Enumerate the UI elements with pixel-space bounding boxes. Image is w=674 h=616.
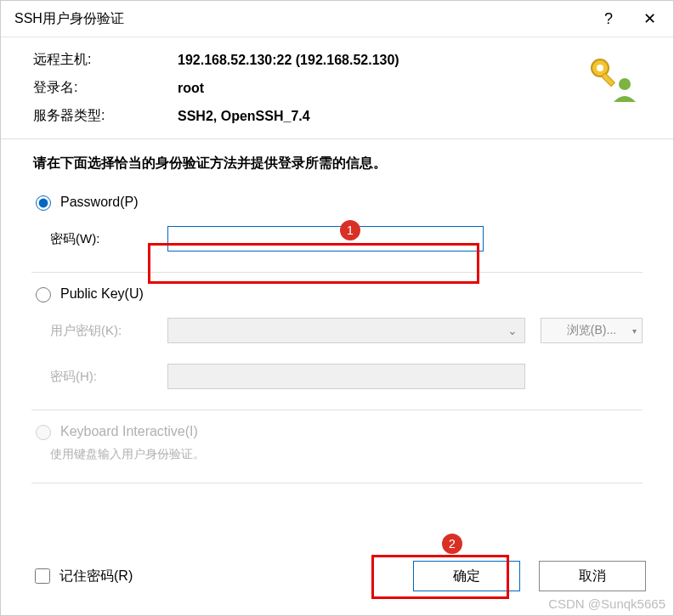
publickey-fields: 用户密钥(K): ⌄ 浏览(B)... ▾ 密码(H): bbox=[50, 318, 643, 389]
passphrase-label: 密码(H): bbox=[50, 369, 152, 385]
keyboard-description: 使用键盘输入用户身份验证。 bbox=[50, 447, 643, 462]
bottom-row: 记住密码(R) 确定 取消 bbox=[1, 549, 673, 615]
connection-info: 远程主机: 192.168.52.130:22 (192.168.52.130)… bbox=[1, 37, 673, 139]
server-type-label: 服务器类型: bbox=[33, 107, 178, 125]
svg-point-1 bbox=[597, 65, 603, 71]
browse-label: 浏览(B)... bbox=[567, 323, 616, 338]
login-value: root bbox=[178, 81, 586, 96]
passphrase-input bbox=[167, 364, 525, 389]
login-label: 登录名: bbox=[33, 79, 178, 97]
chevron-down-icon: ▾ bbox=[632, 326, 637, 336]
keyboard-radio bbox=[36, 425, 51, 440]
ssh-auth-dialog: SSH用户身份验证 ? ✕ 远程主机: 192.168.52.130:22 (1… bbox=[0, 0, 674, 616]
cancel-button[interactable]: 取消 bbox=[539, 561, 646, 591]
keyboard-radio-row: Keyboard Interactive(I) bbox=[31, 422, 643, 440]
password-input[interactable] bbox=[167, 226, 484, 251]
remember-password-row[interactable]: 记住密码(R) bbox=[31, 566, 133, 586]
remember-checkbox[interactable] bbox=[35, 568, 50, 584]
remote-host-label: 远程主机: bbox=[33, 51, 178, 69]
info-grid: 远程主机: 192.168.52.130:22 (192.168.52.130)… bbox=[33, 51, 586, 125]
divider-3 bbox=[31, 483, 643, 483]
close-button[interactable]: ✕ bbox=[633, 6, 666, 31]
user-key-combo: ⌄ bbox=[167, 318, 525, 343]
password-section: Password(P) 密码(W): bbox=[1, 181, 673, 257]
user-key-label: 用户密钥(K): bbox=[50, 323, 152, 339]
keyboard-section: Keyboard Interactive(I) 使用键盘输入用户身份验证。 bbox=[1, 410, 673, 467]
password-radio-label: Password(P) bbox=[60, 195, 139, 210]
publickey-radio-label: Public Key(U) bbox=[60, 286, 144, 302]
svg-point-3 bbox=[619, 78, 631, 90]
help-button[interactable]: ? bbox=[604, 10, 613, 28]
instruction-text: 请在下面选择恰当的身份验证方法并提供登录所需的信息。 bbox=[1, 139, 673, 181]
publickey-section: Public Key(U) 用户密钥(K): ⌄ 浏览(B)... ▾ 密码(H… bbox=[1, 273, 673, 394]
password-radio-row[interactable]: Password(P) bbox=[31, 193, 643, 211]
ssh-key-user-icon bbox=[586, 51, 641, 105]
publickey-radio[interactable] bbox=[36, 287, 51, 302]
browse-button: 浏览(B)... ▾ bbox=[541, 318, 643, 343]
ok-label: 确定 bbox=[453, 568, 480, 585]
publickey-radio-row[interactable]: Public Key(U) bbox=[31, 285, 643, 302]
titlebar: SSH用户身份验证 ? ✕ bbox=[1, 1, 673, 37]
server-type-value: SSH2, OpenSSH_7.4 bbox=[178, 109, 586, 124]
chevron-down-icon: ⌄ bbox=[507, 324, 518, 337]
keyboard-radio-label: Keyboard Interactive(I) bbox=[60, 424, 198, 439]
cancel-label: 取消 bbox=[579, 568, 606, 585]
remember-label: 记住密码(R) bbox=[59, 568, 133, 585]
remote-host-value: 192.168.52.130:22 (192.168.52.130) bbox=[178, 53, 586, 68]
password-radio[interactable] bbox=[36, 195, 51, 211]
password-fields: 密码(W): bbox=[50, 226, 643, 251]
window-title: SSH用户身份验证 bbox=[14, 10, 124, 28]
password-field-label: 密码(W): bbox=[50, 231, 152, 247]
dialog-buttons: 确定 取消 bbox=[413, 561, 646, 591]
titlebar-controls: ? ✕ bbox=[604, 6, 666, 31]
ok-button[interactable]: 确定 bbox=[413, 561, 520, 591]
